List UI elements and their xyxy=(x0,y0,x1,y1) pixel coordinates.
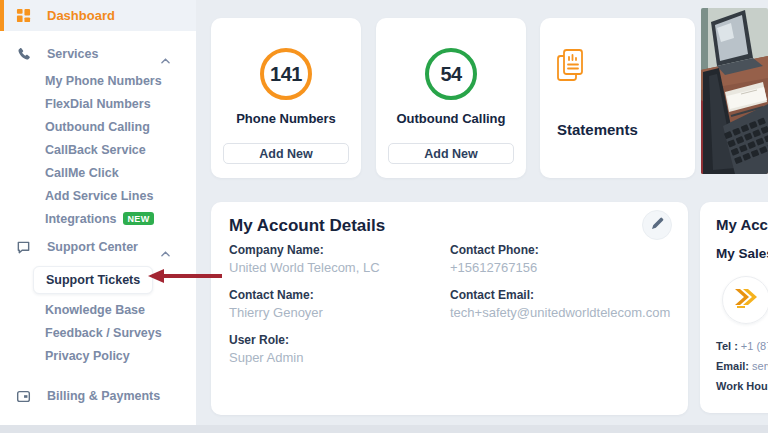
sidebar-item-integrations[interactable]: Integrations NEW xyxy=(0,207,196,230)
sales-team-subtitle: My Sales xyxy=(716,246,768,261)
double-chevron-logo-icon xyxy=(733,286,759,314)
sidebar-item-flexdial-numbers[interactable]: FlexDial Numbers xyxy=(0,92,196,115)
sidebar-item-support-tickets[interactable]: Support Tickets xyxy=(33,266,153,294)
phone-icon xyxy=(15,46,31,62)
bottom-edge-strip xyxy=(0,425,768,433)
phone-numbers-ring: 141 xyxy=(260,48,312,100)
sidebar-item-add-service-lines[interactable]: Add Service Lines xyxy=(0,184,196,207)
sidebar-item-callback-service[interactable]: CallBack Service xyxy=(0,138,196,161)
account-manager-card: My Acco My Sales Tel : +1 (877 Email: xyxy=(700,202,768,413)
outbound-calling-label: Outbound Calling xyxy=(376,111,526,126)
phone-numbers-count: 141 xyxy=(270,63,302,86)
field-company-name: Company Name: United World Telecom, LC xyxy=(229,243,380,276)
contact-hours-row: Work Hours: xyxy=(716,376,768,396)
statements-card[interactable]: Statements xyxy=(540,18,695,178)
desk-laptops-photo xyxy=(701,8,768,174)
sidebar-item-services[interactable]: Services xyxy=(0,39,196,69)
field-user-role: User Role: Super Admin xyxy=(229,333,380,366)
chat-icon xyxy=(15,239,31,255)
sidebar-item-dashboard[interactable]: Dashboard xyxy=(0,0,196,31)
app-window: Dashboard Services My Phone Numbers Flex… xyxy=(0,0,768,433)
statements-document-icon xyxy=(556,48,586,88)
sidebar-item-support-center[interactable]: Support Center xyxy=(0,232,196,262)
edit-account-button[interactable] xyxy=(642,210,672,240)
sidebar-item-privacy-policy[interactable]: Privacy Policy xyxy=(0,344,196,367)
dashboard-grid-icon xyxy=(15,8,31,24)
field-contact-name: Contact Name: Thierry Genoyer xyxy=(229,288,380,321)
contact-email-row: Email: servic xyxy=(716,356,768,376)
sidebar-item-outbound-calling[interactable]: Outbound Calling xyxy=(0,115,196,138)
add-new-phone-button[interactable]: Add New xyxy=(223,143,349,164)
field-contact-phone: Contact Phone: +15612767156 xyxy=(450,243,670,276)
statements-label: Statements xyxy=(557,121,638,138)
phone-numbers-card: 141 Phone Numbers Add New xyxy=(211,18,361,178)
new-badge: NEW xyxy=(123,212,155,225)
account-details-title: My Account Details xyxy=(229,216,385,236)
brand-logo-circle xyxy=(722,276,768,324)
sidebar-label-support-center: Support Center xyxy=(47,240,138,254)
sidebar-item-knowledge-base[interactable]: Knowledge Base xyxy=(0,298,196,321)
account-details-card: My Account Details Company Name: United … xyxy=(211,202,688,415)
account-fields-right: Contact Phone: +15612767156 Contact Emai… xyxy=(450,243,670,333)
outbound-calling-card: 54 Outbound Calling Add New xyxy=(376,18,526,178)
outbound-calling-ring: 54 xyxy=(425,48,477,100)
sidebar-item-feedback-surveys[interactable]: Feedback / Surveys xyxy=(0,321,196,344)
sidebar-item-my-phone-numbers[interactable]: My Phone Numbers xyxy=(0,69,196,92)
chevron-up-icon xyxy=(161,50,170,68)
account-fields-left: Company Name: United World Telecom, LC C… xyxy=(229,243,380,378)
wallet-icon xyxy=(15,388,31,404)
sidebar-item-callme-click[interactable]: CallMe Click xyxy=(0,161,196,184)
sidebar-item-billing-payments[interactable]: Billing & Payments xyxy=(0,381,196,411)
sidebar-label-integrations: Integrations xyxy=(45,212,117,226)
outbound-calling-count: 54 xyxy=(440,63,461,86)
sidebar-label-billing: Billing & Payments xyxy=(47,389,160,403)
phone-numbers-label: Phone Numbers xyxy=(211,111,361,126)
contact-tel-row: Tel : +1 (877 xyxy=(716,336,768,356)
sidebar: Dashboard Services My Phone Numbers Flex… xyxy=(0,0,196,433)
account-manager-title: My Acco xyxy=(716,216,768,233)
main-content: 141 Phone Numbers Add New 54 Outbound Ca… xyxy=(196,0,768,433)
field-contact-email: Contact Email: tech+safety@unitedworldte… xyxy=(450,288,670,321)
add-new-outbound-button[interactable]: Add New xyxy=(388,143,514,164)
sidebar-label-services: Services xyxy=(47,47,98,61)
chevron-up-icon xyxy=(161,243,170,261)
contact-info: Tel : +1 (877 Email: servic Work Hours: xyxy=(716,336,768,396)
sidebar-label-dashboard: Dashboard xyxy=(47,8,115,23)
pencil-icon xyxy=(651,217,664,233)
